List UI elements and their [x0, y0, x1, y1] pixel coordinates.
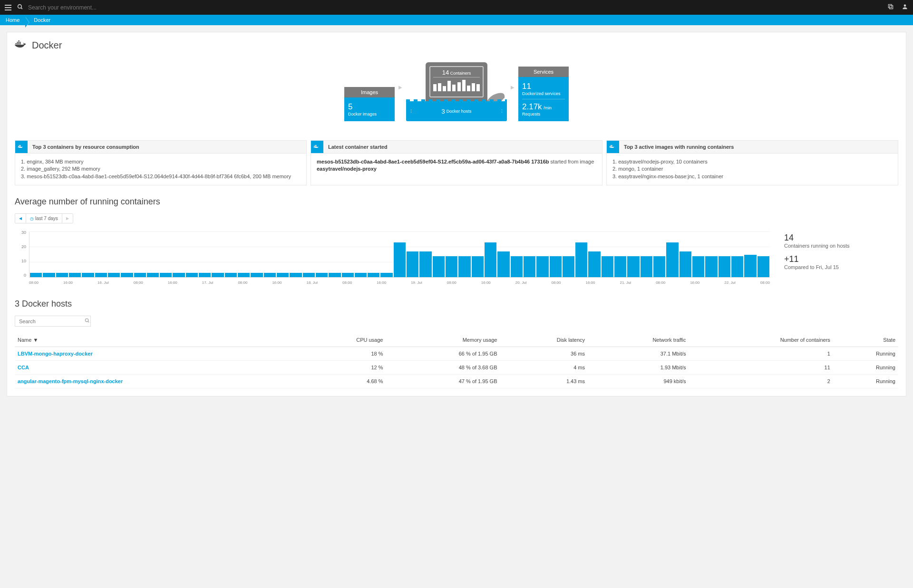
chart-bar[interactable] [653, 256, 665, 277]
chart-bar[interactable] [692, 256, 704, 277]
chart-bar[interactable] [680, 251, 691, 277]
svg-line-29 [88, 321, 89, 322]
chart-section: 3020100 08:0016:0016. Jul08:0016:0017. J… [15, 230, 898, 285]
x-tick: 17. Jul [202, 280, 214, 285]
chart-bar[interactable] [744, 255, 756, 278]
services-rate-unit: /min [544, 106, 552, 110]
column-header[interactable]: State [833, 333, 898, 347]
chart-bar[interactable] [225, 273, 237, 278]
chart-bar[interactable] [121, 273, 133, 278]
chart-bar[interactable] [719, 256, 730, 277]
chart-bar[interactable] [368, 273, 379, 278]
chart-bar[interactable] [666, 242, 678, 277]
column-header[interactable]: Disk latency [500, 333, 588, 347]
chart-bar[interactable] [394, 242, 406, 277]
chart-bar[interactable] [446, 256, 457, 277]
svg-rect-25 [612, 146, 612, 147]
chart-bar[interactable] [563, 256, 574, 277]
column-header[interactable]: Name ▼ [15, 333, 302, 347]
svg-rect-3 [888, 4, 892, 8]
search-icon[interactable] [85, 318, 90, 324]
column-header[interactable]: Memory usage [386, 333, 500, 347]
breadcrumb-home[interactable]: Home [0, 17, 25, 23]
chart-bar[interactable] [329, 273, 340, 278]
column-header[interactable]: CPU usage [302, 333, 386, 347]
chart-bar[interactable] [290, 273, 301, 278]
chart-bar[interactable] [173, 273, 185, 278]
user-icon[interactable] [902, 3, 908, 11]
time-prev-button[interactable]: ◀ [15, 214, 26, 223]
x-tick: 16:00 [272, 280, 282, 285]
chart-bar[interactable] [407, 251, 418, 277]
card-containers[interactable]: 14 Containers ⋮ 3 Docker hosts ⋮ [406, 62, 507, 121]
column-header[interactable]: Number of containers [689, 333, 833, 347]
chart-bar[interactable] [134, 273, 146, 278]
chart-bar[interactable] [627, 256, 639, 277]
chart-bar[interactable] [186, 273, 198, 278]
chart-bar[interactable] [303, 273, 315, 278]
chart-bar[interactable] [160, 273, 172, 278]
card-images[interactable]: Images 5 Docker images [344, 87, 395, 121]
chart-bar[interactable] [614, 256, 626, 277]
card-services[interactable]: Services 11 Dockerized services 2.17k /m… [518, 67, 569, 121]
chart-bar[interactable] [433, 256, 445, 277]
chart-bar[interactable] [758, 256, 769, 277]
chart-bar[interactable] [342, 273, 354, 278]
chart-bar[interactable] [147, 273, 159, 278]
chart-bar[interactable] [472, 256, 484, 277]
chart-bar[interactable] [199, 273, 211, 278]
chart-bar[interactable] [251, 273, 262, 278]
chart-bar[interactable] [108, 273, 120, 278]
chart-bar[interactable] [458, 256, 470, 277]
chart-bar[interactable] [705, 256, 717, 277]
chart-bar[interactable] [602, 256, 613, 277]
time-next-button[interactable]: ▶ [62, 214, 73, 223]
chart-bar[interactable] [641, 256, 652, 277]
chart-bar[interactable] [69, 273, 81, 278]
containers-chart[interactable]: 3020100 08:0016:0016. Jul08:0016:0017. J… [15, 230, 770, 285]
time-range-button[interactable]: ◷last 7 days [26, 214, 62, 223]
chart-bar[interactable] [264, 273, 276, 278]
containers-count: 14 [442, 69, 449, 76]
x-tick: 16:00 [690, 280, 699, 285]
chart-bar[interactable] [43, 273, 55, 278]
chart-bar[interactable] [575, 242, 587, 277]
chart-bar[interactable] [238, 273, 250, 278]
panel-title: Top 3 containers by resource consumption [28, 144, 144, 150]
chart-bar[interactable] [380, 273, 392, 278]
chart-bar[interactable] [419, 251, 431, 277]
host-link[interactable]: CCA [18, 365, 29, 370]
chart-bar[interactable] [277, 273, 289, 278]
cell-count: 1 [689, 347, 833, 361]
chart-bar[interactable] [30, 273, 42, 278]
menu-icon[interactable] [5, 5, 11, 10]
chart-bar[interactable] [588, 251, 600, 277]
chart-bar[interactable] [316, 273, 328, 278]
chart-bar[interactable] [550, 256, 562, 277]
svg-rect-7 [19, 43, 19, 44]
containers-label: Containers [450, 71, 471, 76]
x-tick: 16:00 [585, 280, 595, 285]
table-row: LBVM-mongo-haproxy-docker 18 % 66 % of 1… [15, 347, 898, 361]
chart-bar[interactable] [82, 273, 94, 278]
chart-bar[interactable] [511, 256, 523, 277]
chart-bar[interactable] [485, 242, 496, 277]
host-link[interactable]: angular-magento-fpm-mysql-nginx-docker [18, 378, 123, 384]
breadcrumb-current[interactable]: Docker [25, 17, 56, 23]
chart-bar[interactable] [56, 273, 68, 278]
x-tick: 16:00 [63, 280, 73, 285]
search-icon[interactable] [17, 4, 23, 11]
search-input[interactable] [28, 4, 171, 11]
chart-bar[interactable] [524, 256, 535, 277]
chart-bar[interactable] [355, 273, 367, 278]
chart-bar[interactable] [95, 273, 107, 278]
svg-point-4 [904, 4, 906, 7]
copy-icon[interactable] [887, 3, 894, 11]
host-link[interactable]: LBVM-mongo-haproxy-docker [18, 351, 93, 357]
column-header[interactable]: Network traffic [588, 333, 689, 347]
chart-bar[interactable] [212, 273, 223, 278]
chart-bar[interactable] [536, 256, 548, 277]
chart-bar[interactable] [497, 251, 509, 277]
chart-bar[interactable] [731, 256, 743, 277]
hosts-search-input[interactable] [19, 318, 85, 324]
